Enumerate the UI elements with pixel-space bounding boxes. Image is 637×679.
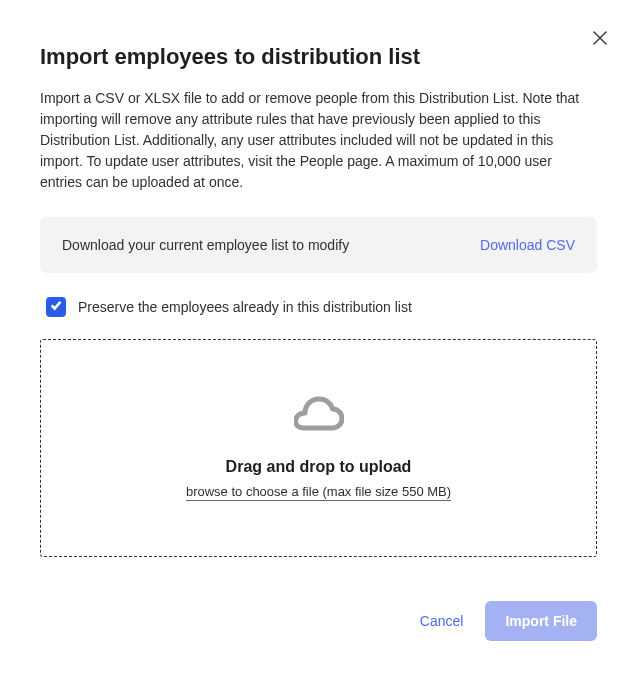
preserve-checkbox-row: Preserve the employees already in this d… — [40, 297, 597, 317]
close-icon — [592, 30, 608, 49]
file-dropzone[interactable]: Drag and drop to upload browse to choose… — [40, 339, 597, 557]
dropzone-browse-link[interactable]: browse to choose a file (max file size 5… — [186, 484, 451, 501]
preserve-checkbox-label: Preserve the employees already in this d… — [78, 299, 412, 315]
cloud-upload-icon — [294, 396, 344, 440]
download-panel: Download your current employee list to m… — [40, 217, 597, 273]
check-icon — [49, 298, 63, 316]
dialog-footer: Cancel Import File — [416, 601, 597, 641]
import-file-button[interactable]: Import File — [485, 601, 597, 641]
dialog-description: Import a CSV or XLSX file to add or remo… — [40, 88, 597, 193]
dropzone-title: Drag and drop to upload — [226, 458, 412, 476]
download-panel-text: Download your current employee list to m… — [62, 237, 349, 253]
cancel-button[interactable]: Cancel — [416, 605, 468, 637]
preserve-checkbox[interactable] — [46, 297, 66, 317]
download-csv-link[interactable]: Download CSV — [480, 237, 575, 253]
dialog-title: Import employees to distribution list — [40, 44, 597, 70]
close-button[interactable] — [585, 24, 615, 54]
import-dialog: Import employees to distribution list Im… — [0, 0, 637, 679]
